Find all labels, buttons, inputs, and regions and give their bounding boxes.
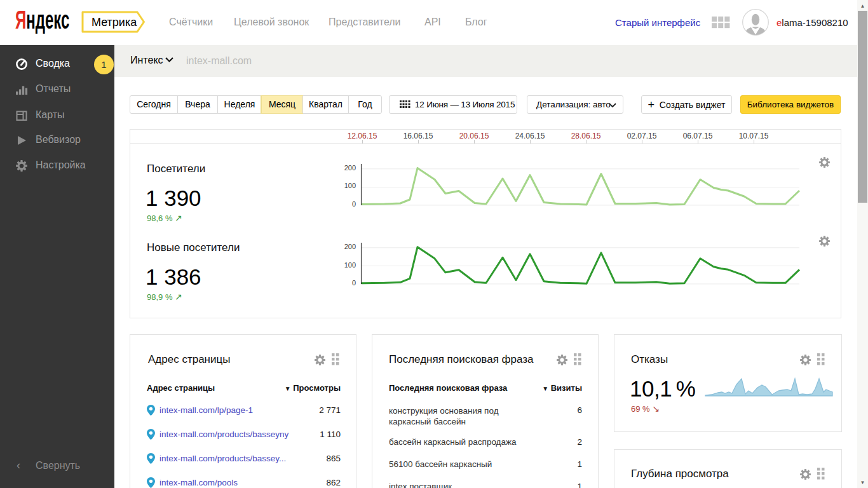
svg-text:Метрика: Метрика: [92, 16, 137, 29]
